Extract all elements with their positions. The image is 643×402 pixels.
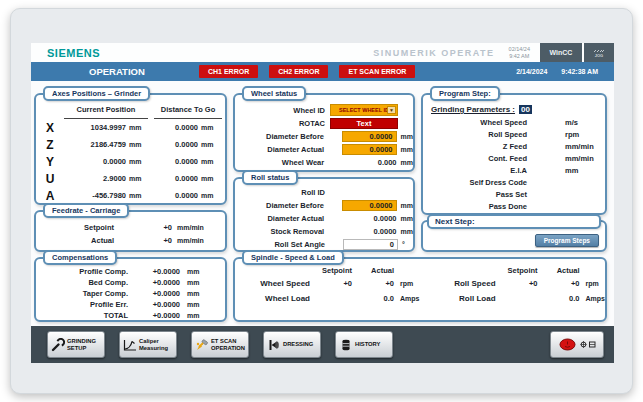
svg-text:JOG: JOG [595,52,603,57]
wheel-speed-row: Wheel Speed +0 +0 rpm [235,276,422,291]
program-row: E.I.A mm [423,164,605,176]
program-panel-title: Program Step: [430,86,500,101]
axis-a-current: -456.7980 [64,191,126,200]
col-current-position: Current Position [64,105,148,119]
main-content: Axes Positions – Grinder Current Positio… [31,81,614,326]
roll-status-panel: Roll status Roll ID Diameter Before 0.00… [233,177,415,252]
axes-positions-panel: Axes Positions – Grinder Current Positio… [34,93,227,205]
axis-row-z: Z 2186.4759 mm 0.0000 mm [36,136,225,153]
comp-row-total: TOTAL +0.0000 mm [36,310,225,321]
comp-row: Profile Comp. +0.0000 mm [36,266,225,277]
spindle-panel: Spindle - Speed & Load Setpoint Actual W… [233,257,607,322]
axis-row-x: X 1034.9997 mm 0.0000 mm [36,119,225,136]
history-database-icon [339,338,353,352]
mini-datetime: 02/14/24 9:42 AM [509,46,530,59]
caliper-measuring-button[interactable]: CaliperMeasuring [119,331,177,358]
roll-panel-title: Roll status [242,170,298,185]
feedrate-actual-row: Actual +0 mm/min [36,234,225,247]
axis-y-dtg: 0.0000 [148,157,198,166]
history-button[interactable]: HISTORY [335,331,393,358]
roll-speed-row: Roll Speed +0 +0 rpm [426,276,605,291]
comp-row: Taper Comp. +0.0000 mm [36,288,225,299]
mini-time: 9:42 AM [509,53,529,59]
program-row: Roll Speed rpm [423,128,605,140]
ch1-error-badge[interactable]: CH1 ERROR [199,65,258,78]
program-step-panel: Program Step: Grinding Parameters : 00 W… [421,93,607,215]
axis-a-dtg: 0.0000 [148,191,198,200]
grinding-parameters-row: Grinding Parameters : 00 [423,103,605,116]
roll-diam-before-field[interactable]: 0.0000 [342,200,397,211]
program-row: Cont. Feed mm/min [423,152,605,164]
roll-diam-before-row: Diameter Before 0.0000 mm [235,199,413,212]
axis-u-current: 2.9000 [64,174,126,183]
feedrate-actual-value: +0 [114,236,172,245]
caliper-icon [123,338,137,352]
axis-row-a: A -456.7980 mm 0.0000 mm [36,187,225,204]
emergency-stop-icon [559,338,576,351]
grinding-setup-button[interactable]: GRINDINGSETUP [47,331,105,358]
program-row: Pass Done [423,200,605,212]
et-scan-operation-button[interactable]: ET SCANOPERATION [191,331,249,358]
et-scan-probe-icon [195,338,209,352]
axes-panel-title: Axes Positions – Grinder [43,86,150,101]
wheel-diam-before-row: Diameter Before 0.0000 mm [235,130,413,143]
wheel-id-dropdown[interactable]: SELECT WHEEL ID ▼ [330,104,398,116]
program-row: Wheel Speed m/s [423,116,605,128]
wheel-diam-before-field[interactable]: 0.0000 [342,131,397,142]
comp-row: Bed Comp. +0.0000 mm [36,277,225,288]
program-row: Pass Set [423,188,605,200]
status-date: 2/14/2024 [516,68,547,75]
grinding-parameter-number[interactable]: 00 [519,105,532,114]
roll-set-angle-field[interactable]: 0 [343,239,398,250]
ch2-error-badge[interactable]: CH2 ERROR [269,65,328,78]
jog-mode-button[interactable]: JOG [584,43,614,62]
stock-removal-row: Stock Removal 0.0000 mm [235,225,413,238]
dressing-button[interactable]: DRESSING [263,331,321,358]
axis-y-current: 0.0000 [64,157,126,166]
wheel-wear-value: 0.000 [324,158,396,167]
axis-x-dtg: 0.0000 [148,123,198,132]
compensations-panel: Compensations Profile Comp. +0.0000 mm B… [34,257,227,322]
dressing-tool-icon [267,338,281,352]
roll-id-row: Roll ID [235,186,413,199]
softkey-toolbar: GRINDINGSETUP CaliperMeasuring [31,326,614,363]
feedrate-panel-title: Feedrate - Carriage [43,203,129,218]
mini-date: 02/14/24 [509,46,530,52]
wheel-id-row: Wheel ID SELECT WHEEL ID ▼ [235,103,413,117]
hmi-window: SIEMENS SINUMERIK OPERATE 02/14/24 9:42 … [10,8,633,394]
statusbar-datetime: 2/14/2024 9:42:38 AM [516,68,614,75]
product-title: SINUMERIK OPERATE [373,48,494,58]
wheel-wear-row: Wheel Wear 0.000 mm [235,156,413,169]
program-row: Z Feed mm/min [423,140,605,152]
axis-z-dtg: 0.0000 [148,140,198,149]
rotac-field[interactable]: Text [330,118,398,129]
feedrate-setpoint-row: Setpoint +0 mm/min [36,221,225,234]
wincc-button[interactable]: WinCC [540,43,582,62]
jog-icon: JOG [593,49,605,57]
comp-row: Profile Err. +0.0000 mm [36,299,225,310]
next-step-label: Next Step: [427,214,601,229]
axis-x-current: 1034.9997 [64,123,126,132]
status-time: 9:42:38 AM [561,68,598,75]
axis-u-dtg: 0.0000 [148,174,198,183]
alarm-exit-button[interactable] [550,331,604,358]
operation-bar: OPERATION CH1 ERROR CH2 ERROR ET SCAN ER… [31,62,614,81]
compensations-panel-title: Compensations [43,250,117,265]
feedrate-setpoint-value: +0 [114,223,172,232]
axis-row-u: U 2.9000 mm 0.0000 mm [36,170,225,187]
next-step-panel: Next Step: Program Steps [421,220,607,252]
wheel-diam-actual-field[interactable]: 0.0000 [342,144,397,155]
axis-row-y: Y 0.0000 mm 0.0000 mm [36,153,225,170]
wheel-panel-title: Wheel status [242,86,306,101]
dropdown-arrow-icon: ▼ [387,106,396,114]
wheel-diam-actual-row: Diameter Actual 0.0000 mm [235,143,413,156]
roll-load-row: Roll Load 0.0 Amps [426,291,605,306]
header-bar: SIEMENS SINUMERIK OPERATE 02/14/24 9:42 … [31,43,614,62]
wheel-status-panel: Wheel status Wheel ID SELECT WHEEL ID ▼ … [233,93,415,172]
screen-title: OPERATION [31,66,199,77]
spindle-panel-title: Spindle - Speed & Load [242,250,344,265]
program-steps-button[interactable]: Program Steps [535,234,599,247]
rotac-row: ROTAC Text [235,117,413,130]
col-distance-to-go: Distance To Go [154,105,222,119]
et-scan-error-badge[interactable]: ET SCAN ERROR [339,65,415,78]
